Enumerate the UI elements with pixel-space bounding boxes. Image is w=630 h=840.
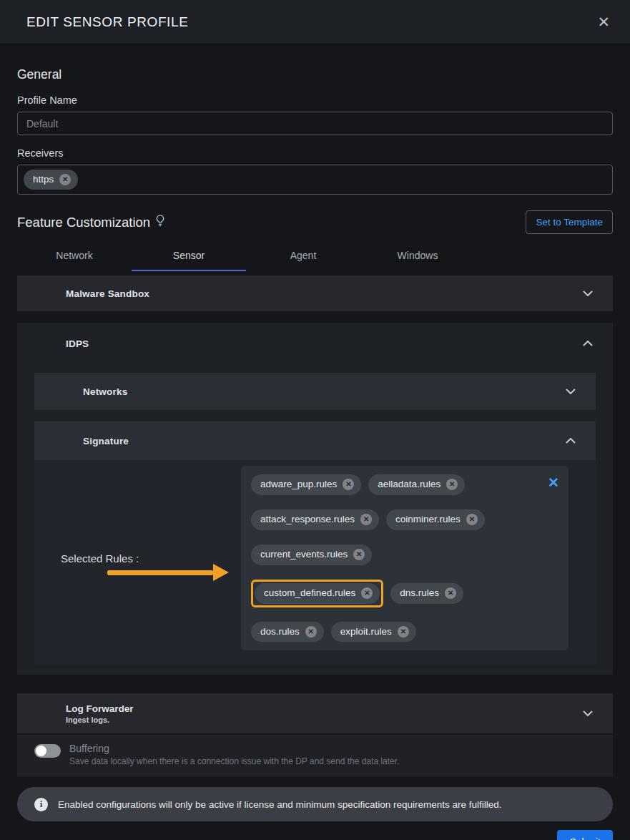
profile-name-label: Profile Name	[17, 94, 613, 106]
dialog-footer: Submit	[17, 830, 613, 840]
chip-label: attack_response.rules	[260, 514, 355, 526]
networks-title: Networks	[83, 386, 127, 397]
info-banner: i Enabled configurations will only be ac…	[17, 787, 613, 821]
tab-agent[interactable]: Agent	[246, 240, 360, 271]
chip-remove-icon[interactable]: ✕	[466, 514, 478, 525]
chip-remove-icon[interactable]: ✕	[353, 549, 365, 560]
chip-label: dns.rules	[400, 587, 439, 600]
submit-button[interactable]: Submit	[557, 830, 613, 840]
set-to-template-button[interactable]: Set to Template	[526, 210, 613, 234]
receivers-chipbox[interactable]: https✕	[17, 165, 613, 195]
highlight-box: custom_defined.rules✕	[251, 580, 383, 607]
rule-chip[interactable]: aelladata.rules✕	[368, 474, 465, 495]
chip-label: custom_defined.rules	[264, 587, 355, 600]
buffering-toggle[interactable]	[34, 744, 61, 758]
signature-body: Selected Rules : adware_pup.rules✕aellad…	[34, 460, 596, 665]
buffering-label: Buffering	[69, 743, 399, 754]
chip-label: coinminer.rules	[395, 514, 461, 526]
log-forwarder-titles: Log Forwarder Ingest logs.	[66, 703, 134, 724]
chip-remove-icon[interactable]: ✕	[361, 587, 373, 599]
profile-name-input[interactable]	[17, 112, 613, 135]
buffering-description: Save data locally when there is a connec…	[69, 756, 399, 766]
chip-label: https	[33, 174, 54, 186]
edit-sensor-profile-dialog: EDIT SENSOR PROFILE ✕ General Profile Na…	[0, 0, 630, 840]
idps-panel: IDPS Networks Signature	[17, 323, 613, 675]
selected-rules-label: Selected Rules :	[61, 552, 139, 565]
lightbulb-icon	[156, 215, 164, 230]
dialog-title: EDIT SENSOR PROFILE	[26, 14, 188, 30]
selected-rules-box[interactable]: adware_pup.rules✕aelladata.rules✕attack_…	[241, 466, 569, 650]
tab-sensor[interactable]: Sensor	[132, 240, 246, 271]
chip-label: dos.rules	[260, 626, 300, 638]
buffering-texts: Buffering Save data locally when there i…	[69, 743, 399, 766]
chip-label: exploit.rules	[340, 626, 392, 638]
chip-remove-icon[interactable]: ✕	[343, 479, 354, 490]
chip-remove-icon[interactable]: ✕	[446, 479, 458, 490]
feature-tabs: Network Sensor Agent Windows	[17, 240, 613, 271]
arrow-shaft	[107, 570, 213, 575]
receiver-chip[interactable]: https✕	[24, 170, 78, 190]
chevron-up-icon[interactable]	[566, 438, 576, 444]
general-section-title: General	[17, 67, 613, 82]
malware-sandbox-accordion[interactable]: Malware Sandbox	[17, 275, 613, 311]
feature-customization-title: Feature Customization	[17, 215, 164, 230]
rule-chip[interactable]: dns.rules✕	[390, 583, 463, 604]
toggle-knob	[36, 746, 46, 756]
idps-title: IDPS	[66, 338, 89, 349]
receivers-label: Receivers	[17, 147, 613, 159]
log-forwarder-title: Log Forwarder	[66, 703, 134, 714]
annotation-arrow	[107, 564, 229, 581]
networks-panel: Networks	[34, 373, 596, 410]
rule-chip[interactable]: attack_response.rules✕	[251, 509, 379, 530]
log-forwarder-accordion[interactable]: Log Forwarder Ingest logs.	[17, 693, 613, 733]
chip-remove-icon[interactable]: ✕	[398, 626, 409, 638]
chevron-down-icon[interactable]	[566, 389, 576, 394]
buffering-row: Buffering Save data locally when there i…	[17, 735, 613, 777]
signature-panel: Signature Selected Rules : adware_pup.ru…	[34, 421, 596, 665]
chip-remove-icon[interactable]: ✕	[445, 587, 456, 599]
chevron-down-icon[interactable]	[583, 290, 593, 296]
chip-label: current_events.rules	[260, 549, 348, 561]
rule-chip[interactable]: custom_defined.rules✕	[255, 583, 380, 604]
chip-remove-icon[interactable]: ✕	[360, 514, 372, 525]
log-forwarder-panel: Log Forwarder Ingest logs.	[17, 693, 613, 733]
malware-sandbox-title: Malware Sandbox	[66, 288, 149, 299]
chip-label: aelladata.rules	[378, 479, 440, 491]
networks-accordion[interactable]: Networks	[34, 373, 596, 410]
rule-chip[interactable]: coinminer.rules✕	[386, 509, 485, 530]
chevron-down-icon[interactable]	[583, 710, 593, 716]
rule-chip[interactable]: dos.rules✕	[251, 622, 324, 643]
close-icon[interactable]: ✕	[594, 13, 613, 31]
dialog-header: EDIT SENSOR PROFILE ✕	[0, 0, 630, 44]
rule-chip[interactable]: adware_pup.rules✕	[251, 474, 361, 495]
malware-sandbox-panel: Malware Sandbox	[17, 275, 613, 311]
arrow-head-icon	[213, 564, 229, 581]
feature-customization-title-text: Feature Customization	[17, 215, 150, 230]
feature-customization-row: Feature Customization Set to Template	[17, 210, 613, 234]
signature-accordion[interactable]: Signature	[34, 421, 596, 460]
idps-accordion[interactable]: IDPS	[17, 323, 613, 364]
chip-remove-icon[interactable]: ✕	[59, 174, 71, 185]
chip-label: adware_pup.rules	[260, 479, 337, 491]
clear-selection-icon[interactable]: ✕	[548, 476, 559, 489]
log-forwarder-subtitle: Ingest logs.	[66, 716, 134, 724]
rules-chips: adware_pup.rules✕aelladata.rules✕attack_…	[251, 474, 558, 642]
dialog-body: General Profile Name Receivers https✕ Fe…	[0, 44, 630, 840]
info-banner-text: Enabled configurations will only be acti…	[58, 799, 502, 810]
signature-title: Signature	[83, 436, 129, 446]
tab-network[interactable]: Network	[17, 240, 132, 271]
tab-windows[interactable]: Windows	[360, 240, 475, 271]
chevron-up-icon[interactable]	[583, 341, 593, 346]
rule-chip[interactable]: current_events.rules✕	[251, 544, 372, 565]
chip-remove-icon[interactable]: ✕	[305, 626, 317, 638]
info-icon: i	[34, 798, 48, 811]
rule-chip[interactable]: exploit.rules✕	[331, 622, 416, 643]
